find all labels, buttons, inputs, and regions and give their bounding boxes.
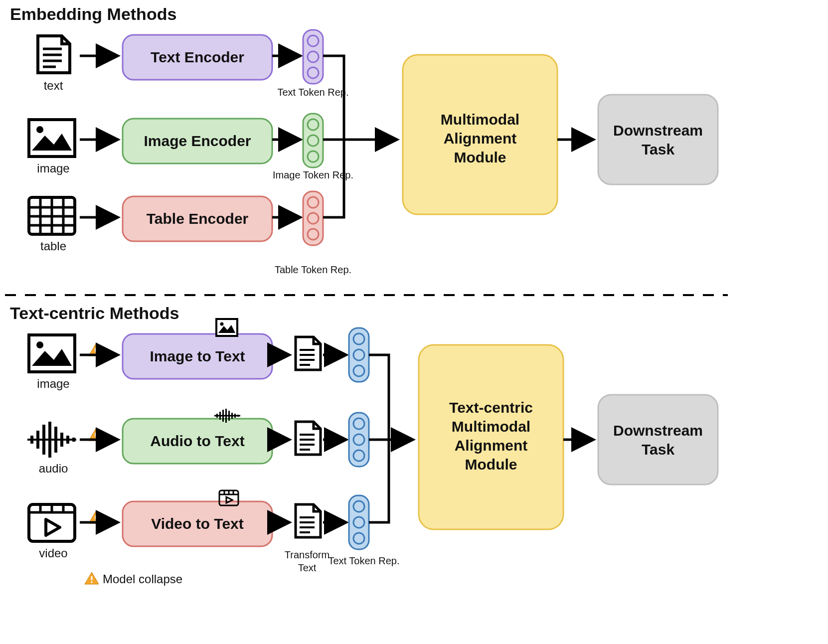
doc-icon (296, 504, 321, 537)
image-to-text-label: Image to Text (150, 348, 245, 364)
svg-text:Text Token Rep.: Text Token Rep. (277, 87, 348, 98)
alignment-module-line2: Alignment (444, 130, 517, 147)
svg-point-29 (36, 341, 43, 348)
alignment-module-line3: Module (454, 149, 506, 165)
svg-point-91 (353, 517, 364, 528)
image-icon-badge (216, 319, 237, 336)
svg-point-5 (308, 35, 319, 46)
audio-icon (27, 422, 76, 458)
svg-point-90 (353, 501, 364, 512)
text-token-rep-2c (349, 495, 369, 549)
merge-path (323, 56, 344, 140)
svg-rect-51 (72, 438, 75, 442)
svg-text:Table Token Rep.: Table Token Rep. (275, 264, 351, 275)
svg-text:audio: audio (39, 462, 68, 475)
transform-text-line2: Text (298, 562, 317, 573)
input-table: table (29, 197, 75, 253)
downstream-line1: Downstream (613, 122, 703, 139)
merge-path (369, 440, 389, 522)
input-table-label: table (40, 239, 66, 253)
video-icon (29, 504, 75, 541)
svg-rect-63 (237, 415, 239, 417)
svg-rect-57 (219, 412, 221, 420)
svg-point-24 (308, 197, 319, 208)
svg-rect-47 (48, 422, 51, 458)
svg-point-41 (353, 349, 364, 360)
svg-rect-58 (222, 410, 224, 422)
svg-rect-59 (225, 409, 227, 423)
svg-point-13 (308, 135, 319, 146)
svg-rect-46 (42, 425, 45, 455)
svg-point-14 (308, 151, 319, 162)
downstream-2-line2: Task (642, 441, 674, 458)
svg-rect-61 (231, 413, 233, 419)
svg-point-71 (353, 450, 364, 461)
svg-rect-62 (234, 414, 236, 418)
alignment-module-2-line3: Alignment (455, 437, 528, 454)
svg-point-7 (308, 67, 319, 78)
svg-point-10 (36, 126, 43, 133)
svg-rect-44 (30, 436, 33, 444)
text-token-rep-2b (349, 413, 369, 467)
input-text: text (38, 36, 70, 92)
alignment-module-2-line2: Multimodal (452, 418, 530, 435)
warning-icon (85, 572, 99, 584)
downstream-task-2-box (598, 395, 718, 484)
alignment-module-line1: Multimodal (441, 111, 519, 128)
image-icon (29, 335, 75, 372)
doc-icon (296, 337, 321, 370)
table-icon (29, 197, 75, 234)
input-image: image (29, 120, 75, 175)
merge-path (369, 355, 389, 440)
svg-point-26 (308, 229, 319, 240)
downstream-2-line1: Downstream (613, 422, 703, 439)
svg-rect-48 (54, 427, 57, 453)
image-icon (29, 120, 75, 157)
legend-label: Model collapse (103, 572, 182, 586)
svg-point-40 (353, 333, 364, 344)
legend: Model collapse (85, 572, 182, 586)
svg-point-34 (220, 322, 224, 326)
alignment-module-2-line4: Module (465, 456, 517, 473)
svg-point-6 (308, 51, 319, 62)
svg-point-69 (353, 418, 364, 429)
svg-rect-49 (60, 433, 63, 447)
doc-icon (296, 422, 321, 455)
svg-point-92 (353, 533, 364, 544)
section2-title: Text-centric Methods (10, 304, 179, 322)
svg-rect-9 (29, 120, 75, 157)
input-image-2: image (29, 335, 75, 390)
svg-rect-33 (216, 319, 237, 336)
table-encoder-label: Table Encoder (147, 210, 249, 227)
svg-rect-45 (36, 431, 39, 449)
input-video: video (29, 504, 75, 560)
text-doc-icon (38, 36, 70, 73)
text-token-rep: Text Token Rep. (277, 30, 348, 98)
input-text-label: text (44, 79, 63, 92)
downstream-line2: Task (642, 141, 674, 158)
alignment-module-2-line1: Text-centric (449, 399, 533, 416)
svg-rect-50 (66, 436, 69, 444)
image-encoder-label: Image Encoder (144, 133, 251, 149)
svg-rect-28 (29, 335, 75, 372)
video-to-text-label: Video to Text (151, 515, 244, 532)
image-token-rep: Image Token Rep. (273, 114, 353, 180)
svg-rect-56 (216, 414, 218, 418)
svg-point-42 (353, 365, 364, 376)
svg-point-12 (308, 119, 319, 130)
input-audio: audio (27, 422, 76, 475)
section1-title: Embedding Methods (10, 4, 176, 23)
svg-text:video: video (39, 546, 67, 560)
text-token-rep-label: Text Token Rep. (328, 555, 399, 566)
svg-point-94 (91, 581, 93, 583)
svg-text:Image Token Rep.: Image Token Rep. (273, 169, 353, 180)
svg-rect-60 (228, 411, 230, 421)
downstream-task-box (598, 95, 718, 184)
svg-text:image: image (37, 377, 69, 390)
svg-point-70 (353, 434, 364, 445)
text-token-rep-2a (349, 328, 369, 382)
transform-text-line1: Transform (285, 549, 330, 560)
text-encoder-label: Text Encoder (151, 49, 244, 65)
input-image-label: image (37, 161, 69, 175)
table-token-rep: Table Token Rep. (275, 191, 351, 275)
